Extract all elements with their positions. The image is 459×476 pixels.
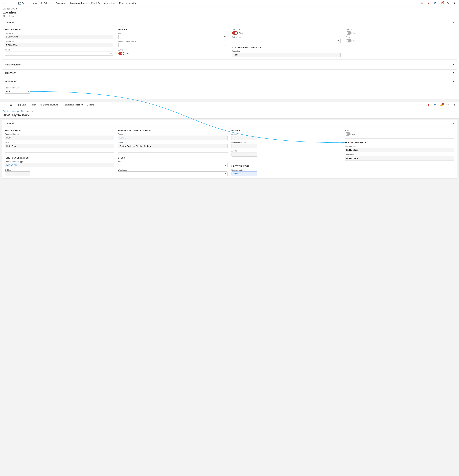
selectable-label: Selectable <box>232 28 341 30</box>
parent-fl-name-input[interactable] <box>118 144 228 148</box>
active-toggle-top[interactable] <box>118 52 124 55</box>
enclosed-toggle[interactable] <box>346 39 352 42</box>
notifications-button-bottom[interactable]: 🔔 0 <box>439 103 444 107</box>
bottom-toolbar: ← ☰ 💾 Save + New 🗑 Delete structure Func… <box>0 102 459 108</box>
bottom-col2: PARENT FUNCTIONAL LOCATION Parent Name S… <box>118 129 228 176</box>
menu-icon-bottom: ☰ <box>10 103 12 106</box>
integration-card-header[interactable]: Integration ▴ <box>2 78 457 84</box>
general-card-header-bottom[interactable]: General ▴ <box>2 120 457 127</box>
maintenance-plans-input[interactable] <box>232 144 257 148</box>
lifecycle-state-input[interactable] <box>232 171 257 176</box>
risk-registers-card: Risk registers ▾ <box>2 61 457 68</box>
new-label-bottom: New <box>32 103 36 106</box>
location-id-group: Location Id <box>5 32 113 39</box>
integration-card-body: Functional location HDP <box>2 84 457 96</box>
assets-input[interactable] <box>232 152 257 157</box>
fl-type-input[interactable] <box>5 163 114 167</box>
refresh-button-bottom[interactable]: ↻ <box>446 103 451 107</box>
settings-button[interactable]: ▣ <box>452 1 457 5</box>
fl-children-input[interactable] <box>5 171 30 176</box>
integration-card: Integration ▴ Functional location HDP <box>2 78 457 96</box>
details-col-top: DETAILS Site Location (Work centre) <box>118 28 227 57</box>
assets-label: Assets <box>232 150 341 152</box>
location-id-label: Location Id <box>5 32 113 34</box>
risk-registers-header[interactable]: Risk registers ▾ <box>2 61 457 68</box>
stock-header: STOCK <box>118 157 228 159</box>
menu-button-bottom[interactable]: ☰ <box>8 102 14 107</box>
save-button-bottom[interactable]: 💾 Save <box>17 103 28 107</box>
save-button[interactable]: 💾 Save <box>17 1 28 5</box>
notification-badge-bottom: 0 <box>442 103 444 105</box>
standard-view-bottom[interactable]: Standard view ▼ <box>21 110 36 112</box>
reporting-input[interactable] <box>232 53 341 57</box>
refresh-button[interactable]: ↻ <box>446 1 451 5</box>
functional-location-select-top[interactable]: HDP <box>5 89 30 94</box>
expand-icon-risk: ▾ <box>453 63 454 66</box>
delete-structure-button[interactable]: 🗑 Delete structure <box>39 103 60 107</box>
save-label: Save <box>22 2 27 4</box>
exposure-result-button[interactable]: Exposure result ▼ <box>118 1 138 5</box>
breadcrumb-link[interactable]: Functional location <box>3 110 19 112</box>
settings-button-bottom[interactable]: ▣ <box>452 103 457 107</box>
toolbar-right-bottom: ◆ W 🔔 0 ↻ ▣ <box>426 103 457 107</box>
description-input-top[interactable] <box>5 43 113 47</box>
new-button-bottom[interactable]: + New <box>29 103 38 107</box>
location-address-button[interactable]: Location address <box>69 1 89 5</box>
menu-button[interactable]: ☰ <box>8 1 14 5</box>
save-icon-bottom: 💾 <box>18 103 21 106</box>
fl-name-input[interactable] <box>5 144 114 148</box>
site-select-top[interactable] <box>118 34 227 39</box>
location-id-input[interactable] <box>5 34 113 39</box>
labelled-toggle[interactable] <box>346 31 352 34</box>
breadcrumb-row: Functional location | Standard view ▼ <box>3 110 456 113</box>
mine-info-button[interactable]: Mine info <box>90 1 101 5</box>
new-icon: + <box>31 2 32 5</box>
location-address-label: Location address <box>70 2 87 4</box>
view-objects-button[interactable]: View objects <box>102 1 117 5</box>
diamond-button[interactable]: ◆ <box>426 1 431 5</box>
safety-location-input[interactable] <box>345 148 454 152</box>
word-button-bottom[interactable]: W <box>432 103 437 107</box>
sep1 <box>15 2 15 5</box>
menu-icon: ☰ <box>10 2 12 5</box>
mine-info-label: Mine info <box>91 2 100 4</box>
fl-id-input[interactable] <box>5 136 114 140</box>
word-button[interactable]: W <box>432 1 437 5</box>
notifications-button[interactable]: 🔔 0 <box>439 1 444 5</box>
stock-warehouse-select[interactable] <box>118 171 228 176</box>
parent-fl-parent-input[interactable] <box>118 136 228 140</box>
parent-select[interactable] <box>5 51 113 56</box>
fl-type-label: Functional location type <box>5 161 114 162</box>
search-button[interactable]: 🔍 <box>419 1 425 5</box>
documents-button[interactable]: Documents <box>54 1 68 5</box>
refresh-icon-bottom: ↻ <box>447 103 449 106</box>
delete-button[interactable]: 🗑 Delete <box>39 1 51 5</box>
diamond-icon: ◆ <box>428 2 429 4</box>
options-button[interactable]: Options <box>85 103 96 107</box>
hs-description-label: Description <box>345 154 454 156</box>
general-card-header-top[interactable]: General ▴ <box>2 19 457 26</box>
hs-description-input[interactable] <box>345 156 454 161</box>
diamond-button-bottom[interactable]: ◆ <box>426 103 431 107</box>
active-toggle-bottom[interactable] <box>345 132 351 136</box>
stock-warehouse-label: Warehouse <box>118 169 228 171</box>
save-icon: 💾 <box>18 2 21 5</box>
pollutant-select[interactable] <box>232 39 341 43</box>
standard-view-bottom-label: Standard view <box>21 110 33 112</box>
word-icon: W <box>434 2 436 4</box>
fl-children-label: Children <box>5 169 114 171</box>
back-button[interactable]: ← <box>2 1 8 5</box>
tree-view-header[interactable]: Tree view ▾ <box>2 70 457 76</box>
stock-site-select[interactable] <box>118 163 228 167</box>
standard-view-top[interactable]: Standard view ▼ <box>3 8 456 10</box>
functional-location-nav-button[interactable]: Functional location <box>62 103 85 107</box>
back-button-bottom[interactable]: ← <box>2 103 8 107</box>
selectable-toggle[interactable] <box>232 31 238 34</box>
location-work-centre-select[interactable] <box>118 43 227 47</box>
labelled-toggle-group: No <box>346 31 454 34</box>
new-button[interactable]: + New <box>29 1 38 5</box>
hs-description-group: Description <box>345 154 454 161</box>
attributes-input[interactable] <box>232 136 257 140</box>
identification-header: IDENTIFICATION <box>5 28 113 31</box>
pollutant-group: Pollutant group <box>232 36 341 43</box>
